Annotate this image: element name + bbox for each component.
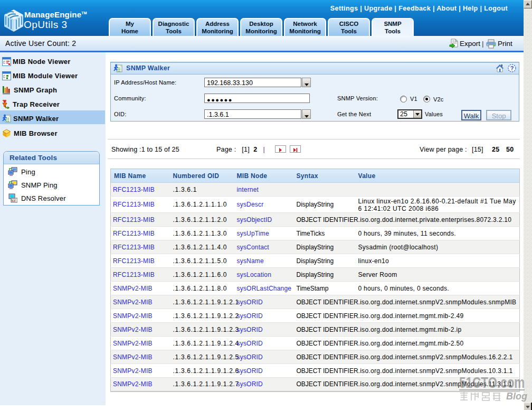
svg-text:?: ? <box>510 65 514 71</box>
